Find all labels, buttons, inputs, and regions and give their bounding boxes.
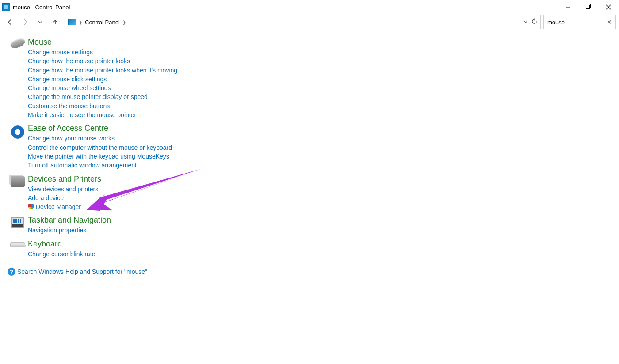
result-link[interactable]: Change cursor blink rate (28, 250, 611, 258)
result-link[interactable]: Change how your mouse works (28, 134, 611, 143)
chevron-right-icon[interactable]: ❯ (79, 20, 82, 25)
category-title[interactable]: Mouse (28, 38, 611, 47)
result-link[interactable]: Navigation properties (28, 226, 611, 235)
help-link[interactable]: Search Windows Help and Support for "mou… (17, 268, 147, 275)
category-title[interactable]: Taskbar and Navigation (28, 216, 611, 225)
result-link[interactable]: Change the mouse pointer display or spee… (28, 92, 611, 101)
result-link[interactable]: Turn off automatic window arrangement (28, 161, 611, 170)
breadcrumb-control-panel[interactable]: Control Panel (85, 19, 120, 26)
result-link[interactable]: Make it easier to see the mouse pointer (28, 110, 611, 119)
category-mouse: MouseChange mouse settingsChange how the… (8, 38, 611, 119)
recent-locations-button[interactable] (33, 15, 47, 29)
forward-button[interactable] (18, 15, 32, 29)
result-link[interactable]: Change mouse settings (28, 48, 611, 57)
separator (8, 263, 491, 263)
close-button[interactable] (598, 0, 619, 14)
search-box[interactable]: ✕ (543, 15, 616, 29)
category-keyboard: KeyboardChange cursor blink rate (8, 239, 611, 258)
window-title: mouse - Control Panel (13, 4, 70, 11)
printer-icon (8, 174, 28, 187)
category-title[interactable]: Keyboard (28, 239, 611, 249)
help-row: ?Search Windows Help and Support for "mo… (8, 268, 611, 276)
titlebar: mouse - Control Panel (0, 0, 619, 14)
mouse-icon (8, 38, 28, 47)
clear-search-button[interactable]: ✕ (607, 19, 612, 26)
keyboard-icon (8, 239, 28, 247)
category-ease: Ease of Access CentreChange how your mou… (8, 124, 611, 170)
result-link[interactable]: Change how the mouse pointer looks when … (28, 66, 611, 75)
ease-icon (8, 124, 28, 139)
address-bar[interactable]: ❯ Control Panel ❯ (65, 15, 541, 29)
result-link[interactable]: Change how the mouse pointer looks (28, 57, 611, 65)
minimize-button[interactable] (558, 0, 578, 14)
result-link[interactable]: Control the computer without the mouse o… (28, 143, 611, 152)
chevron-right-icon[interactable]: ❯ (122, 20, 126, 25)
up-button[interactable] (48, 15, 62, 29)
category-title[interactable]: Ease of Access Centre (28, 124, 611, 133)
result-link[interactable]: Add a device (28, 193, 611, 202)
help-icon: ? (8, 268, 15, 276)
category-taskbar: Taskbar and NavigationNavigation propert… (8, 216, 611, 235)
control-panel-icon (2, 3, 10, 11)
svg-rect-1 (586, 5, 590, 9)
search-results: MouseChange mouse settingsChange how the… (0, 30, 619, 276)
result-link[interactable]: Device Manager (28, 202, 611, 211)
result-link[interactable]: Change mouse wheel settings (28, 83, 611, 92)
result-link[interactable]: Customise the mouse buttons (28, 102, 611, 110)
window-controls (558, 0, 619, 14)
maximize-button[interactable] (578, 0, 598, 14)
search-input[interactable] (547, 19, 600, 26)
address-history-button[interactable] (523, 19, 528, 26)
taskbar-icon (8, 216, 28, 228)
control-panel-icon (68, 19, 76, 25)
result-link[interactable]: Change mouse click settings (28, 75, 611, 83)
back-button[interactable] (3, 15, 17, 29)
refresh-button[interactable] (531, 18, 538, 26)
result-link[interactable]: View devices and printers (28, 185, 611, 193)
category-printer: Devices and PrintersView devices and pri… (8, 174, 611, 212)
navigation-bar: ❯ Control Panel ❯ ✕ (0, 14, 619, 30)
category-title[interactable]: Devices and Printers (28, 174, 611, 184)
result-link[interactable]: Move the pointer with the keypad using M… (28, 152, 611, 161)
